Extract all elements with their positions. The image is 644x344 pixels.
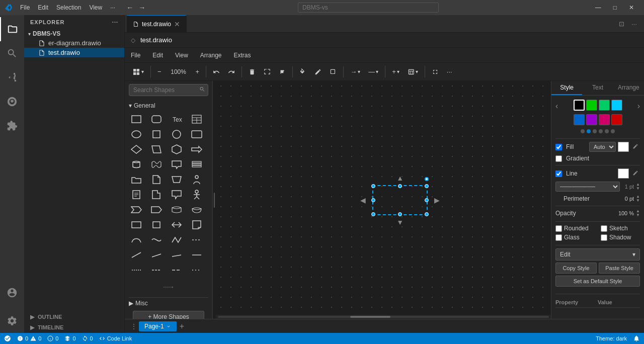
- sidebar-file-er[interactable]: er-diagram.drawio: [24, 38, 124, 48]
- shape-square[interactable]: [149, 127, 164, 141]
- shape-curve1[interactable]: [129, 233, 144, 247]
- shape-curve3[interactable]: [169, 233, 184, 247]
- sketch-checkbox[interactable]: [601, 225, 607, 232]
- tab-close[interactable]: ✕: [174, 20, 180, 28]
- fullscreen-btn[interactable]: [428, 66, 442, 77]
- shape-hexagon[interactable]: [169, 142, 184, 156]
- page-splitter[interactable]: ⋮: [129, 323, 139, 330]
- zoom-in-btn[interactable]: +: [192, 66, 203, 77]
- tab-test-drawio[interactable]: test.drawio ✕: [127, 15, 187, 33]
- color-red[interactable]: [611, 114, 622, 125]
- menu-file[interactable]: File: [16, 2, 34, 13]
- handle-bottom-center[interactable]: [398, 212, 402, 216]
- menu-more[interactable]: ···: [106, 2, 119, 13]
- handle-middle-left[interactable]: [371, 198, 375, 202]
- shape-person[interactable]: [189, 173, 204, 187]
- activity-search[interactable]: [0, 41, 24, 65]
- shape-speech[interactable]: [169, 188, 184, 202]
- shape-stack[interactable]: [189, 157, 204, 171]
- color-blue1[interactable]: [574, 114, 585, 125]
- line-edit-btn[interactable]: [631, 169, 640, 178]
- timeline-section[interactable]: ▶ TIMELINE: [24, 322, 124, 333]
- shape-callout[interactable]: [169, 157, 184, 171]
- gradient-checkbox[interactable]: [555, 155, 562, 162]
- line-style-btn[interactable]: — ▾: [365, 66, 382, 77]
- rounded-checkbox[interactable]: [555, 225, 562, 232]
- dot-2[interactable]: [593, 129, 597, 133]
- selected-shape[interactable]: [372, 185, 428, 215]
- undo-btn[interactable]: [209, 66, 223, 77]
- search-input[interactable]: [298, 3, 439, 13]
- drawio-menu-arrange[interactable]: Arrange: [198, 51, 224, 60]
- shape-dashed1[interactable]: [129, 263, 144, 277]
- shape-note[interactable]: [189, 218, 204, 232]
- drawio-menu-edit[interactable]: Edit: [150, 51, 165, 60]
- shape-rect[interactable]: [129, 112, 144, 126]
- shape-diamond[interactable]: [129, 142, 144, 156]
- drawio-tab-label[interactable]: test.drawio: [137, 35, 175, 45]
- shape-rounded-rect[interactable]: [149, 112, 164, 126]
- close-button[interactable]: ✕: [623, 2, 640, 13]
- redo-btn[interactable]: [224, 66, 238, 77]
- shape-line4[interactable]: [189, 248, 204, 262]
- menu-view[interactable]: View: [85, 2, 106, 13]
- drawio-menu-file[interactable]: File: [129, 51, 142, 60]
- zoom-level[interactable]: 100%: [166, 67, 191, 76]
- fill-edit-btn[interactable]: [631, 143, 640, 151]
- color-cyan[interactable]: [611, 100, 622, 111]
- shape-trapezoid[interactable]: [169, 173, 184, 187]
- shape-wave[interactable]: [149, 157, 164, 171]
- project-folder[interactable]: ▾ DBMS-VS: [24, 29, 124, 38]
- outline-section[interactable]: ▶ OUTLINE: [24, 312, 124, 322]
- status-theme[interactable]: Theme: dark: [596, 335, 627, 342]
- color-purple[interactable]: [586, 114, 597, 125]
- shadow-checkbox[interactable]: [601, 234, 607, 241]
- shape-rect-empty2[interactable]: [149, 218, 164, 232]
- shape-half-chevron[interactable]: [149, 203, 164, 217]
- shape-ellipse[interactable]: [129, 127, 144, 141]
- fill-color-btn[interactable]: [618, 142, 629, 152]
- canvas-area[interactable]: ▲ ◀ ▶ ▼: [216, 81, 551, 319]
- scrollbar-thumb[interactable]: [350, 316, 390, 318]
- shape-line3[interactable]: [169, 248, 184, 262]
- shape-rect-rounded2[interactable]: [189, 127, 204, 141]
- shape-curve2[interactable]: [149, 233, 164, 247]
- line-size-spinner[interactable]: ▲ ▼: [636, 183, 640, 191]
- dot-1[interactable]: [587, 129, 591, 133]
- shape-dashed4[interactable]: [189, 263, 204, 277]
- fill-checkbox[interactable]: [555, 144, 562, 150]
- shadow-btn[interactable]: [326, 66, 340, 77]
- shape-file-fold[interactable]: [149, 188, 164, 202]
- fill-color-btn[interactable]: [296, 66, 310, 77]
- shape-file[interactable]: [129, 188, 144, 202]
- shape-table[interactable]: [189, 112, 204, 126]
- handle-bottom-left[interactable]: [371, 212, 375, 216]
- tab-arrange[interactable]: Arrange: [613, 81, 644, 95]
- shape-arrow-line[interactable]: [129, 281, 208, 293]
- to-front-btn[interactable]: [260, 66, 274, 77]
- shape-circle[interactable]: [169, 127, 184, 141]
- view-toggle-btn[interactable]: ▾: [129, 66, 147, 78]
- to-back-btn[interactable]: [275, 66, 289, 77]
- maximize-button[interactable]: □: [607, 2, 623, 13]
- glass-checkbox[interactable]: [555, 234, 562, 241]
- shape-line2[interactable]: [149, 248, 164, 262]
- drawio-menu-extras[interactable]: Extras: [232, 51, 253, 60]
- misc-section-header[interactable]: ▶ Misc: [129, 297, 208, 308]
- line-color-btn[interactable]: [618, 168, 629, 179]
- color-green2[interactable]: [599, 100, 610, 111]
- shape-doc-fold[interactable]: [149, 173, 164, 187]
- perimeter-spinner[interactable]: ▲ ▼: [636, 195, 640, 203]
- nav-forward[interactable]: →: [136, 3, 147, 13]
- line-style-select[interactable]: ─────────: [555, 182, 620, 192]
- activity-extensions[interactable]: [0, 114, 24, 138]
- dot-4[interactable]: [605, 129, 609, 133]
- menu-edit[interactable]: Edit: [34, 2, 52, 13]
- shape-arrows[interactable]: [169, 218, 184, 232]
- sidebar-more[interactable]: ···: [112, 19, 118, 25]
- status-errors[interactable]: 0 0: [17, 335, 41, 341]
- shape-dashed3[interactable]: [169, 263, 184, 277]
- dot-3[interactable]: [599, 129, 603, 133]
- line-color-btn[interactable]: [311, 66, 325, 77]
- sidebar-file-test[interactable]: test.drawio: [24, 48, 124, 57]
